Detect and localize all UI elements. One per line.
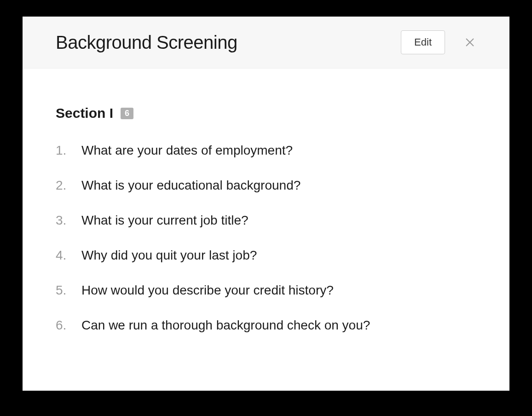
modal-body: Section I 6 1. What are your dates of em… xyxy=(23,69,509,391)
list-item: 6. Can we run a thorough background chec… xyxy=(56,318,476,333)
question-text: What is your educational background? xyxy=(81,178,301,193)
question-text: Can we run a thorough background check o… xyxy=(81,318,370,333)
question-text: What are your dates of employment? xyxy=(81,143,293,158)
question-number: 4. xyxy=(56,248,69,263)
question-text: Why did you quit your last job? xyxy=(81,248,257,263)
modal-title: Background Screening xyxy=(56,32,401,53)
question-number: 1. xyxy=(56,143,69,158)
close-icon[interactable] xyxy=(463,36,476,49)
question-number: 3. xyxy=(56,213,69,228)
list-item: 1. What are your dates of employment? xyxy=(56,143,476,158)
section-heading: Section I 6 xyxy=(56,105,476,121)
question-text: How would you describe your credit histo… xyxy=(81,283,334,298)
question-number: 2. xyxy=(56,178,69,193)
question-text: What is your current job title? xyxy=(81,213,249,228)
count-badge: 6 xyxy=(121,108,133,119)
modal-dialog: Background Screening Edit Section I 6 1.… xyxy=(23,17,509,391)
list-item: 4. Why did you quit your last job? xyxy=(56,248,476,263)
list-item: 2. What is your educational background? xyxy=(56,178,476,193)
list-item: 3. What is your current job title? xyxy=(56,213,476,228)
question-number: 5. xyxy=(56,283,69,298)
section-label: Section I xyxy=(56,105,113,121)
list-item: 5. How would you describe your credit hi… xyxy=(56,283,476,298)
edit-button[interactable]: Edit xyxy=(401,30,445,54)
question-list: 1. What are your dates of employment? 2.… xyxy=(56,143,476,333)
question-number: 6. xyxy=(56,318,69,333)
modal-header: Background Screening Edit xyxy=(23,17,509,69)
